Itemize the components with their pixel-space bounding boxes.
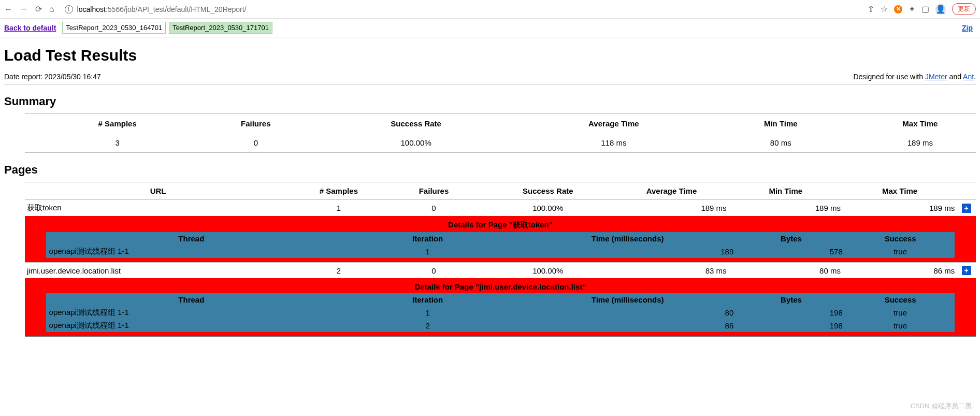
tabs-icon[interactable]: ▢ (921, 4, 929, 14)
zip-link[interactable]: Zip (962, 24, 976, 32)
pages-heading: Pages (4, 163, 976, 177)
pages-header-row: URL # Samples Failures Success Rate Aver… (25, 182, 976, 200)
col-avg-time: Average Time (614, 182, 728, 200)
expand-button[interactable]: + (962, 266, 971, 275)
col-max-time: Max Time (843, 182, 957, 200)
col-samples: # Samples (40, 114, 194, 133)
col-min-time: Min Time (713, 114, 849, 133)
extension-badge-icon[interactable]: ✕ (894, 5, 902, 13)
browser-toolbar: ← → ⟳ ⌂ i localhost:5566/job/API_test/de… (0, 0, 980, 19)
page-details-row: Details for Page "jimi.user.device.locat… (25, 278, 976, 336)
col-samples: # Samples (291, 182, 386, 200)
details-title: Details for Page "jimi.user.device.locat… (27, 280, 974, 293)
designed-for: Designed for use with JMeter and Ant. (853, 73, 976, 81)
site-info-icon[interactable]: i (65, 5, 73, 13)
details-table: Thread Iteration Time (milliseconds) Byt… (46, 232, 955, 258)
ant-link[interactable]: Ant (963, 73, 974, 81)
url-path: /job/API_test/default/HTML_20Report/ (124, 5, 247, 13)
page-title: Load Test Results (4, 47, 976, 64)
back-icon[interactable]: ← (4, 5, 12, 14)
col-failures: Failures (386, 182, 482, 200)
reload-icon[interactable]: ⟳ (35, 4, 42, 14)
summary-heading: Summary (4, 95, 976, 108)
col-avg-time: Average Time (515, 114, 713, 133)
page-row: 获取token 1 0 100.00% 189 ms 189 ms 189 ms… (25, 200, 976, 217)
page-url: 获取token (25, 200, 291, 217)
col-failures: Failures (194, 114, 317, 133)
detail-row: openapi测试线程组 1-1 1 80 198 true (46, 306, 955, 319)
col-success-rate: Success Rate (317, 114, 515, 133)
meta-row: Date report: 2023/05/30 16:47 Designed f… (4, 69, 976, 84)
extensions-icon[interactable]: ✦ (909, 4, 915, 14)
details-table: Thread Iteration Time (milliseconds) Byt… (46, 293, 955, 332)
bookmark-icon[interactable]: ☆ (881, 4, 888, 14)
back-to-default-link[interactable]: Back to default (4, 24, 59, 32)
summary-table: # Samples Failures Success Rate Average … (40, 114, 980, 152)
forward-icon[interactable]: → (20, 5, 28, 14)
expand-button[interactable]: + (962, 204, 971, 213)
details-title: Details for Page "获取token" (27, 218, 974, 232)
report-tab-1[interactable]: TestReport_2023_0530_171701 (169, 22, 272, 34)
report-tab-0[interactable]: TestReport_2023_0530_164701 (62, 22, 166, 34)
page-url: jimi.user.device.location.list (25, 263, 291, 279)
url-host: localhost (77, 5, 106, 13)
summary-header-row: # Samples Failures Success Rate Average … (40, 114, 980, 133)
date-report: Date report: 2023/05/30 16:47 (4, 73, 101, 81)
col-success-rate: Success Rate (481, 182, 614, 200)
profile-avatar-icon[interactable]: 👤 (935, 4, 946, 15)
url-port: :5566 (106, 5, 124, 13)
col-max-time: Max Time (849, 114, 980, 133)
share-icon[interactable]: ⇧ (868, 4, 874, 14)
home-icon[interactable]: ⌂ (49, 5, 54, 14)
jmeter-link[interactable]: JMeter (925, 73, 947, 81)
address-bar[interactable]: i localhost:5566/job/API_test/default/HT… (60, 2, 862, 17)
col-min-time: Min Time (729, 182, 843, 200)
detail-row: openapi测试线程组 1-1 1 189 578 true (46, 245, 955, 258)
summary-data-row: 3 0 100.00% 118 ms 80 ms 189 ms (40, 133, 980, 152)
pages-table: URL # Samples Failures Success Rate Aver… (25, 182, 976, 336)
page-row: jimi.user.device.location.list 2 0 100.0… (25, 263, 976, 279)
report-tabs-bar: Back to default TestReport_2023_0530_164… (0, 19, 980, 37)
col-url: URL (25, 182, 291, 200)
page-details-row: Details for Page "获取token" Thread Iterat… (25, 216, 976, 263)
update-button[interactable]: 更新 (952, 3, 976, 15)
detail-row: openapi测试线程组 1-1 2 86 198 true (46, 319, 955, 332)
